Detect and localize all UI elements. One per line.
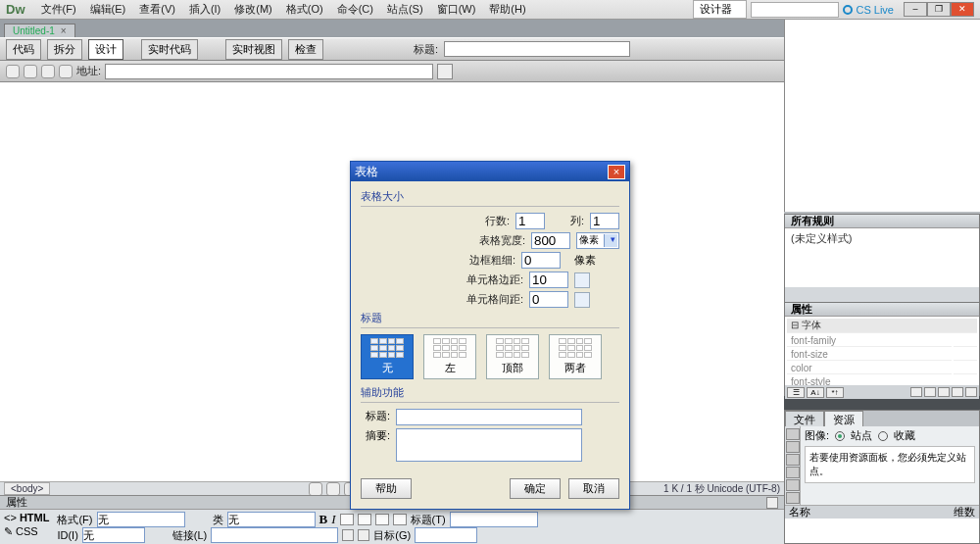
view-design-button[interactable]: 设计 [88, 39, 123, 60]
indent-icon[interactable] [393, 514, 407, 525]
help-button[interactable]: 帮助 [361, 478, 412, 499]
menu-view[interactable]: 查看(V) [133, 0, 181, 19]
globe-icon[interactable] [329, 41, 345, 57]
menu-edit[interactable]: 编辑(E) [84, 0, 132, 19]
view-split-button[interactable]: 拆分 [47, 39, 82, 60]
assets-site-radio[interactable] [835, 431, 845, 441]
attach-css-icon[interactable] [910, 387, 922, 397]
cancel-button[interactable]: 取消 [568, 478, 619, 499]
menu-format[interactable]: 格式(O) [280, 0, 329, 19]
summary-textarea[interactable] [396, 428, 582, 462]
html-mode-button[interactable]: <> HTML [4, 512, 49, 523]
sort-az-button[interactable]: A↓ [807, 387, 824, 398]
live-code-button[interactable]: 实时代码 [141, 39, 198, 60]
address-input[interactable] [105, 64, 433, 79]
files-tab[interactable]: 文件 [785, 411, 824, 426]
nav-back-icon[interactable] [6, 65, 20, 78]
bold-button[interactable]: B [319, 512, 328, 527]
caption-none-option[interactable]: 无 [361, 334, 414, 379]
properties-menu-icon[interactable] [766, 497, 778, 509]
title-attr-input[interactable] [450, 512, 538, 527]
new-rule-icon[interactable] [924, 387, 936, 397]
menu-commands[interactable]: 命令(C) [331, 0, 379, 19]
assets-colors-icon[interactable] [786, 441, 800, 453]
assets-templates-icon[interactable] [786, 492, 800, 504]
disable-rule-icon[interactable] [952, 387, 963, 397]
caption-left-option[interactable]: 左 [423, 334, 476, 379]
spacing-input[interactable] [529, 291, 568, 308]
rows-input[interactable] [515, 213, 545, 229]
sort-set-button[interactable]: *↑ [826, 387, 844, 398]
width-input[interactable] [531, 232, 570, 249]
refresh-icon[interactable] [372, 41, 388, 57]
menu-file[interactable]: 文件(F) [35, 0, 82, 19]
format-select[interactable]: 无 [97, 512, 185, 527]
assets-tab[interactable]: 资源 [824, 411, 863, 426]
document-tab[interactable]: Untitled-1 × [4, 24, 75, 37]
link-point-icon[interactable] [342, 529, 354, 541]
window-close[interactable]: ✕ [951, 2, 974, 17]
id-label: ID(I) [57, 529, 77, 541]
window-restore[interactable]: ❐ [927, 2, 951, 17]
italic-button[interactable]: I [331, 512, 335, 527]
border-input[interactable] [521, 252, 561, 269]
css-rules-panel: 所有规则 (未定义样式) [784, 214, 980, 302]
title-input[interactable] [444, 41, 630, 57]
search-input[interactable] [751, 2, 839, 18]
css-properties-header[interactable]: 属性 [785, 303, 979, 317]
caption-both-option[interactable]: 两者 [549, 334, 602, 379]
tag-selector[interactable]: <body> [4, 482, 50, 495]
livecode-icon[interactable] [204, 41, 220, 57]
ol-icon[interactable] [358, 514, 371, 525]
css-mode-button[interactable]: ✎ CSS [4, 525, 38, 538]
class-select[interactable]: 无 [227, 512, 316, 527]
cslive-button[interactable]: CS Live [843, 4, 894, 16]
link-select[interactable] [211, 527, 338, 543]
menu-site[interactable]: 站点(S) [381, 0, 429, 19]
width-label: 表格宽度: [479, 233, 525, 248]
menu-insert[interactable]: 插入(I) [183, 0, 226, 19]
document-tab-close[interactable]: × [61, 25, 67, 36]
nav-forward-icon[interactable] [24, 65, 37, 78]
right-gutter-top [784, 20, 980, 216]
ok-button[interactable]: 确定 [510, 478, 561, 499]
caption-top-option[interactable]: 顶部 [486, 334, 539, 379]
edit-rule-icon[interactable] [938, 387, 950, 397]
window-minimize[interactable]: – [904, 2, 927, 17]
dialog-titlebar[interactable]: 表格 × [351, 162, 629, 181]
link-browse-icon[interactable] [358, 529, 369, 541]
assets-favorites-radio[interactable] [878, 431, 888, 441]
assets-urls-icon[interactable] [786, 454, 800, 466]
address-dropdown[interactable] [437, 64, 453, 79]
assets-media-icon[interactable] [786, 467, 800, 478]
workspace-switcher[interactable]: 设计器 [693, 0, 747, 19]
padding-input[interactable] [529, 272, 568, 288]
cols-input[interactable] [590, 213, 619, 229]
view-code-button[interactable]: 代码 [6, 39, 41, 60]
outdent-icon[interactable] [375, 514, 389, 525]
assets-images-icon[interactable] [786, 428, 800, 440]
hand-tool-icon[interactable] [309, 482, 322, 496]
menu-window[interactable]: 窗口(W) [431, 0, 482, 19]
padding-icon [574, 272, 590, 288]
width-unit-select[interactable]: 像素 [576, 232, 619, 249]
assets-scripts-icon[interactable] [786, 479, 800, 491]
live-view-button[interactable]: 实时视图 [225, 39, 282, 60]
caption-input[interactable] [396, 409, 582, 425]
menu-modify[interactable]: 修改(M) [228, 0, 278, 19]
dialog-close-button[interactable]: × [608, 165, 625, 179]
sort-category-button[interactable]: ☰ [787, 387, 805, 398]
nav-stop-icon[interactable] [41, 65, 55, 78]
id-select[interactable]: 无 [82, 527, 145, 543]
menu-help[interactable]: 帮助(H) [483, 0, 531, 19]
inspect-button[interactable]: 检查 [288, 39, 323, 60]
ul-icon[interactable] [340, 514, 354, 525]
nav-home-icon[interactable] [59, 65, 73, 78]
title-util-icon[interactable] [636, 41, 652, 57]
css-properties-panel: 属性 ⊟ 字体 font-family font-size color font… [784, 302, 980, 396]
delete-rule-icon[interactable] [965, 387, 977, 397]
select-tool-icon[interactable] [326, 482, 340, 496]
css-rules-header[interactable]: 所有规则 [785, 215, 979, 228]
options-icon[interactable] [351, 41, 367, 57]
target-select[interactable] [415, 527, 477, 543]
